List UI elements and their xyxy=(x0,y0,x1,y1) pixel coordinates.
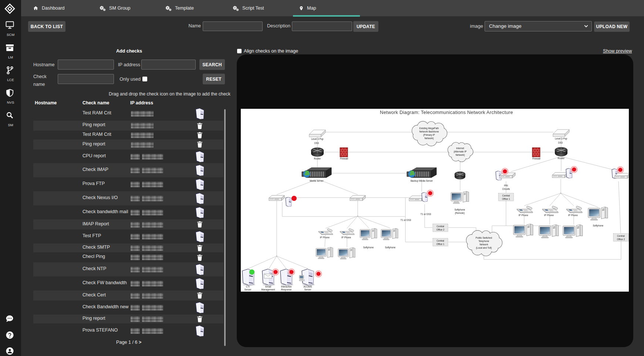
svg-text:DS3: DS3 xyxy=(558,141,563,144)
svg-text:Media Server: Media Server xyxy=(310,179,323,182)
svg-text:T1 or DS3: T1 or DS3 xyxy=(421,213,431,215)
svg-text:(Primary IP: (Primary IP xyxy=(423,134,435,137)
svg-text:Public Switched: Public Switched xyxy=(476,236,492,239)
svg-text:Softphone: Softphone xyxy=(363,246,374,249)
svg-text:Central: Central xyxy=(436,239,444,242)
svg-text:Email: Email xyxy=(265,285,271,288)
svg-text:Softphone: Softphone xyxy=(385,246,396,249)
svg-text:Management: Management xyxy=(262,288,275,291)
svg-text:Network Diagram: Telecommunica: Network Diagram: Telecommunications Netw… xyxy=(380,110,513,115)
svg-text:Firewall: Firewall xyxy=(340,157,348,160)
svg-text:PRI: PRI xyxy=(504,184,508,187)
svg-text:Internet: Internet xyxy=(456,147,464,150)
svg-text:Interactive: Interactive xyxy=(281,285,292,288)
svg-text:Network): Network) xyxy=(455,154,465,157)
svg-text:Firewall: Firewall xyxy=(532,157,540,160)
svg-text:Network): Network) xyxy=(424,137,434,140)
svg-text:Router: Router xyxy=(314,157,321,160)
svg-text:Level 3 Pop: Level 3 Pop xyxy=(311,138,324,141)
svg-text:CTI: CTI xyxy=(246,285,250,288)
svg-text:IP Phone: IP Phone xyxy=(341,236,351,239)
svg-text:Circuits: Circuits xyxy=(502,188,510,190)
svg-text:IP Phone: IP Phone xyxy=(544,214,554,216)
svg-text:Central: Central xyxy=(436,225,444,228)
svg-text:DS3: DS3 xyxy=(314,142,319,144)
svg-text:Office 1: Office 1 xyxy=(436,243,445,245)
svg-text:(Alternate IP: (Alternate IP xyxy=(454,150,467,153)
svg-text:IP Phone: IP Phone xyxy=(519,214,528,216)
svg-text:Backup Media Server: Backup Media Server xyxy=(411,179,433,182)
svg-text:Router: Router xyxy=(558,157,565,159)
svg-text:Central: Central xyxy=(617,235,624,237)
svg-text:Existing MegaPath: Existing MegaPath xyxy=(419,127,439,130)
svg-text:Telephone: Telephone xyxy=(478,240,489,243)
svg-text:(Remote): (Remote) xyxy=(455,212,465,215)
svg-text:IP Phone: IP Phone xyxy=(568,214,578,216)
svg-text:T1 or DS3: T1 or DS3 xyxy=(401,219,411,221)
svg-text:Softphone: Softphone xyxy=(593,224,604,227)
svg-text:Office 2: Office 2 xyxy=(617,238,625,241)
svg-text:Central: Central xyxy=(502,194,510,197)
svg-text:ACOMS: ACOMS xyxy=(303,285,312,288)
svg-text:Response: Response xyxy=(281,288,292,291)
svg-text:Server: Server xyxy=(304,288,311,291)
svg-text:Network: Network xyxy=(479,243,488,246)
svg-text:Level 3 Pop: Level 3 Pop xyxy=(555,137,567,140)
svg-text:Network Backbone: Network Backbone xyxy=(419,130,439,133)
svg-text:Server: Server xyxy=(245,288,252,291)
svg-text:Office 2: Office 2 xyxy=(436,228,445,231)
svg-text:IP Phone: IP Phone xyxy=(320,236,330,239)
svg-text:Softphone: Softphone xyxy=(455,208,465,211)
svg-text:(Local and Toll): (Local and Toll) xyxy=(476,246,492,249)
svg-text:Office 1: Office 1 xyxy=(502,198,510,200)
